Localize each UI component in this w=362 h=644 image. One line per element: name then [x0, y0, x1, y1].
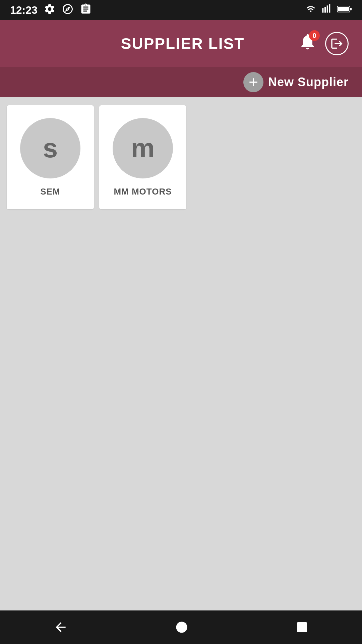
signal-icon [322, 4, 333, 17]
compass-icon [62, 3, 74, 17]
add-icon [243, 72, 263, 92]
svg-rect-6 [338, 7, 349, 11]
status-bar-right [304, 4, 352, 17]
recent-button[interactable] [295, 621, 309, 634]
supplier-avatar-sem: s [20, 118, 80, 178]
battery-icon [337, 4, 352, 16]
svg-rect-2 [327, 5, 328, 12]
clipboard-icon [80, 3, 92, 17]
new-supplier-label: New Supplier [268, 75, 349, 89]
supplier-name-mm-motors: MM MOTORS [114, 186, 172, 197]
supplier-card-mm-motors[interactable]: m MM MOTORS [99, 105, 186, 209]
home-button[interactable] [174, 620, 189, 635]
notification-badge: 0 [309, 30, 320, 41]
bottom-nav [0, 610, 362, 644]
svg-rect-1 [324, 7, 326, 12]
supplier-avatar-mm-motors: m [113, 118, 173, 178]
svg-rect-5 [350, 8, 352, 10]
status-bar: 12:23 [0, 0, 362, 20]
new-supplier-button[interactable]: New Supplier [243, 72, 349, 92]
status-bar-left: 12:23 [10, 3, 92, 17]
supplier-name-sem: SEM [40, 186, 60, 197]
header-icons: 0 [298, 32, 349, 55]
page-title: SUPPLIER LIST [67, 35, 298, 53]
app-header: SUPPLIER LIST 0 [0, 20, 362, 67]
notification-button[interactable]: 0 [298, 32, 317, 55]
status-time: 12:23 [10, 4, 38, 16]
supplier-grid: s SEM m MM MOTORS [0, 97, 362, 610]
svg-rect-8 [297, 622, 307, 632]
back-button[interactable] [53, 620, 68, 635]
svg-rect-0 [322, 8, 323, 12]
toolbar: New Supplier [0, 67, 362, 97]
settings-icon [44, 3, 56, 17]
svg-rect-3 [329, 4, 330, 12]
svg-point-7 [176, 622, 187, 633]
logout-button[interactable] [325, 32, 349, 55]
supplier-card-sem[interactable]: s SEM [7, 105, 94, 209]
wifi-icon [304, 4, 317, 16]
